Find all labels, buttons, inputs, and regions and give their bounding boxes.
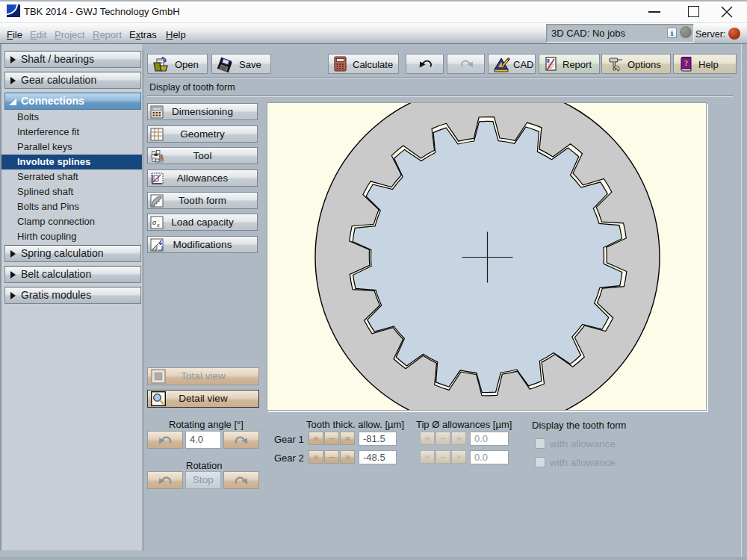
svg-text:?: ?: [684, 59, 688, 67]
svg-text:x: x: [156, 222, 160, 228]
